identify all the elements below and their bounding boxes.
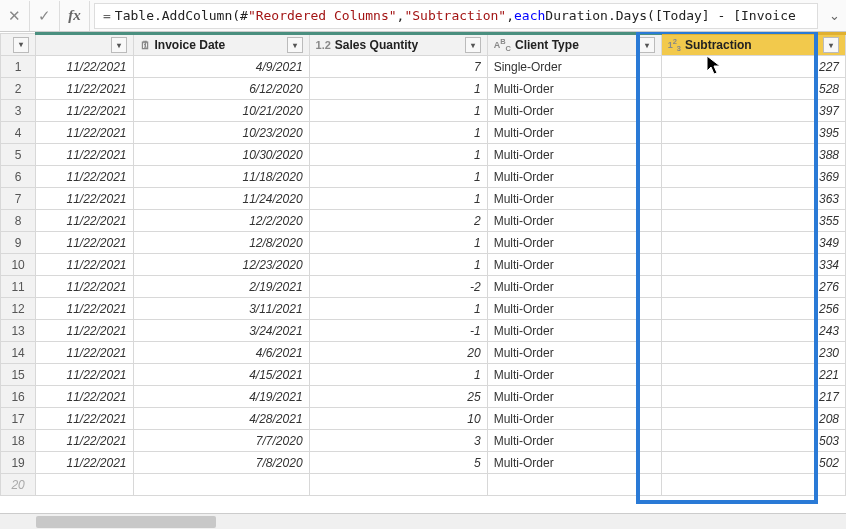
- column-header-today[interactable]: ▾: [36, 34, 133, 56]
- cell-invoice-date[interactable]: 2/19/2021: [133, 276, 309, 298]
- cell-sales-quantity[interactable]: 1: [309, 166, 487, 188]
- cell-today[interactable]: 11/22/2021: [36, 364, 133, 386]
- cell-subtraction[interactable]: 256: [661, 298, 845, 320]
- cell-today[interactable]: 11/22/2021: [36, 298, 133, 320]
- table-row[interactable]: 211/22/20216/12/20201Multi-Order528: [1, 78, 846, 100]
- cell-client-type[interactable]: Multi-Order: [487, 386, 661, 408]
- table-row[interactable]: 511/22/202110/30/20201Multi-Order388: [1, 144, 846, 166]
- cell-invoice-date[interactable]: 4/28/2021: [133, 408, 309, 430]
- cell-today[interactable]: 11/22/2021: [36, 78, 133, 100]
- cell-sales-quantity[interactable]: 1: [309, 364, 487, 386]
- table-row[interactable]: 911/22/202112/8/20201Multi-Order349: [1, 232, 846, 254]
- cell-today[interactable]: 11/22/2021: [36, 342, 133, 364]
- cell-sales-quantity[interactable]: 1: [309, 254, 487, 276]
- cell-invoice-date[interactable]: 12/2/2020: [133, 210, 309, 232]
- cell-subtraction[interactable]: 503: [661, 430, 845, 452]
- cell-sales-quantity[interactable]: 20: [309, 342, 487, 364]
- cell-sales-quantity[interactable]: 1: [309, 100, 487, 122]
- cell-client-type[interactable]: Multi-Order: [487, 452, 661, 474]
- cell-today[interactable]: 11/22/2021: [36, 56, 133, 78]
- row-number[interactable]: 8: [1, 210, 36, 232]
- cell-client-type[interactable]: Multi-Order: [487, 298, 661, 320]
- cell-subtraction[interactable]: 221: [661, 364, 845, 386]
- dropdown-icon[interactable]: ▾: [287, 37, 303, 53]
- cell-client-type[interactable]: Multi-Order: [487, 254, 661, 276]
- formula-expand-icon[interactable]: ⌄: [822, 8, 846, 23]
- cell-sales-quantity[interactable]: 2: [309, 210, 487, 232]
- cell-subtraction[interactable]: 355: [661, 210, 845, 232]
- cell-today[interactable]: 11/22/2021: [36, 188, 133, 210]
- cell-today[interactable]: 11/22/2021: [36, 276, 133, 298]
- cell-sales-quantity[interactable]: 1: [309, 298, 487, 320]
- cell-invoice-date[interactable]: 7/8/2020: [133, 452, 309, 474]
- cell-subtraction[interactable]: 363: [661, 188, 845, 210]
- cell-sales-quantity[interactable]: 5: [309, 452, 487, 474]
- table-row[interactable]: 311/22/202110/21/20201Multi-Order397: [1, 100, 846, 122]
- row-number[interactable]: 18: [1, 430, 36, 452]
- cell-sales-quantity[interactable]: -2: [309, 276, 487, 298]
- row-number[interactable]: 3: [1, 100, 36, 122]
- cell-today[interactable]: 11/22/2021: [36, 254, 133, 276]
- cell-client-type[interactable]: Multi-Order: [487, 210, 661, 232]
- cell-today[interactable]: 11/22/2021: [36, 320, 133, 342]
- cell-sales-quantity[interactable]: 1: [309, 122, 487, 144]
- cell-subtraction[interactable]: 208: [661, 408, 845, 430]
- table-row[interactable]: 1011/22/202112/23/20201Multi-Order334: [1, 254, 846, 276]
- cell-subtraction[interactable]: 388: [661, 144, 845, 166]
- cell-client-type[interactable]: Multi-Order: [487, 408, 661, 430]
- cell-invoice-date[interactable]: 11/18/2020: [133, 166, 309, 188]
- cell-invoice-date[interactable]: 10/21/2020: [133, 100, 309, 122]
- confirm-button[interactable]: ✓: [30, 1, 60, 31]
- column-header-sales-quantity[interactable]: 1.2 Sales Quantity ▾: [309, 34, 487, 56]
- cell-today[interactable]: 11/22/2021: [36, 166, 133, 188]
- cell-today[interactable]: 11/22/2021: [36, 386, 133, 408]
- cell-client-type[interactable]: Multi-Order: [487, 78, 661, 100]
- table-row[interactable]: 111/22/20214/9/20217Single-Order227: [1, 56, 846, 78]
- table-row[interactable]: 711/22/202111/24/20201Multi-Order363: [1, 188, 846, 210]
- cell-today[interactable]: 11/22/2021: [36, 144, 133, 166]
- table-row[interactable]: 20: [1, 474, 846, 496]
- dropdown-icon[interactable]: ▾: [465, 37, 481, 53]
- cell-subtraction[interactable]: 528: [661, 78, 845, 100]
- table-row[interactable]: 1311/22/20213/24/2021-1Multi-Order243: [1, 320, 846, 342]
- table-row[interactable]: 411/22/202110/23/20201Multi-Order395: [1, 122, 846, 144]
- cell-invoice-date[interactable]: 12/8/2020: [133, 232, 309, 254]
- row-number[interactable]: 19: [1, 452, 36, 474]
- cell-subtraction[interactable]: 227: [661, 56, 845, 78]
- row-number[interactable]: 14: [1, 342, 36, 364]
- row-number[interactable]: 10: [1, 254, 36, 276]
- dropdown-icon[interactable]: ▾: [823, 37, 839, 53]
- cell-invoice-date[interactable]: 7/7/2020: [133, 430, 309, 452]
- table-row[interactable]: 1511/22/20214/15/20211Multi-Order221: [1, 364, 846, 386]
- cell-today[interactable]: 11/22/2021: [36, 430, 133, 452]
- cell-sales-quantity[interactable]: 7: [309, 56, 487, 78]
- cell-today[interactable]: 11/22/2021: [36, 232, 133, 254]
- row-number[interactable]: 7: [1, 188, 36, 210]
- cell-subtraction[interactable]: 502: [661, 452, 845, 474]
- row-number[interactable]: 4: [1, 122, 36, 144]
- table-row[interactable]: 1111/22/20212/19/2021-2Multi-Order276: [1, 276, 846, 298]
- column-header-subtraction[interactable]: 123 Subtraction ▾: [661, 34, 845, 56]
- cell-subtraction[interactable]: 395: [661, 122, 845, 144]
- cell-subtraction[interactable]: 276: [661, 276, 845, 298]
- dropdown-icon[interactable]: ▾: [639, 37, 655, 53]
- cell-invoice-date[interactable]: 10/23/2020: [133, 122, 309, 144]
- row-number[interactable]: 17: [1, 408, 36, 430]
- cell-invoice-date[interactable]: 4/6/2021: [133, 342, 309, 364]
- row-number[interactable]: 13: [1, 320, 36, 342]
- row-number[interactable]: 1: [1, 56, 36, 78]
- cell-sales-quantity[interactable]: 25: [309, 386, 487, 408]
- cell-sales-quantity[interactable]: 3: [309, 430, 487, 452]
- cell-today[interactable]: 11/22/2021: [36, 452, 133, 474]
- cell-subtraction[interactable]: 230: [661, 342, 845, 364]
- cell-subtraction[interactable]: 349: [661, 232, 845, 254]
- scrollbar-thumb[interactable]: [36, 516, 216, 528]
- row-number[interactable]: 9: [1, 232, 36, 254]
- row-number[interactable]: 20: [1, 474, 36, 496]
- table-row[interactable]: 1611/22/20214/19/202125Multi-Order217: [1, 386, 846, 408]
- row-number[interactable]: 12: [1, 298, 36, 320]
- cell-today[interactable]: 11/22/2021: [36, 100, 133, 122]
- table-row[interactable]: 811/22/202112/2/20202Multi-Order355: [1, 210, 846, 232]
- cell-sales-quantity[interactable]: 1: [309, 78, 487, 100]
- cell-client-type[interactable]: Multi-Order: [487, 144, 661, 166]
